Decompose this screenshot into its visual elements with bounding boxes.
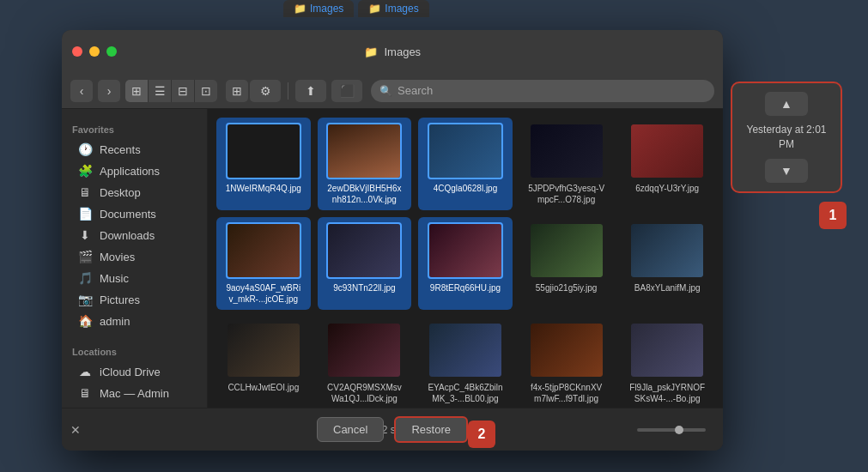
table-row[interactable]: CV2AQR9MSXMsvWa1QJ...lDck.jpg	[318, 317, 412, 408]
table-row[interactable]: 55gjio21g5iy.jpg	[519, 217, 614, 310]
more-button[interactable]: ⬛	[331, 80, 362, 102]
locations-label: Locations	[62, 340, 207, 360]
zoom-slider[interactable]	[637, 428, 706, 432]
admin-icon: 🏠	[77, 314, 93, 328]
badge-1: 1	[819, 202, 847, 229]
pictures-icon: 📷	[77, 293, 93, 306]
sidebar-item-movies[interactable]: 🎬 Movies	[67, 246, 202, 267]
share-button[interactable]: ⬆	[295, 80, 326, 102]
sidebar-item-pictures[interactable]: 📷 Pictures	[67, 289, 202, 310]
sidebar: Favorites 🕐 Recents 🧩 Applications 🖥 Des…	[62, 109, 208, 408]
movies-icon: 🎬	[77, 250, 93, 263]
sidebar-item-music[interactable]: 🎵 Music	[67, 268, 202, 288]
downloads-icon: ⬇	[77, 228, 93, 242]
title-bar: 📁 Images	[62, 30, 723, 73]
search-bar[interactable]: 🔍 Search	[371, 80, 714, 102]
settings-button[interactable]: ⚙	[250, 80, 281, 102]
table-row[interactable]: 9R8tERq66HU.jpg	[418, 217, 513, 310]
table-row[interactable]: CCLHwJwtEOI.jpg	[216, 317, 311, 408]
search-input[interactable]: Search	[398, 84, 433, 97]
sidebar-item-icloud[interactable]: ☁ iCloud Drive	[67, 361, 202, 382]
recents-icon: 🕐	[77, 142, 93, 156]
table-row[interactable]: 9aoy4aS0AF_wBRiv_mkR-...jcOE.jpg	[216, 217, 311, 310]
sidebar-item-mac-admin[interactable]: 🖥 Mac — Admin	[67, 383, 202, 403]
sidebar-item-downloads[interactable]: ⬇ Downloads	[67, 225, 202, 245]
toolbar: ‹ › ⊞ ☰ ⊟ ⊡ ⊞ ⚙ ⬆ ⬛ 🔍 Search	[62, 73, 723, 109]
bg-tab-2[interactable]: 📁 Images	[358, 0, 428, 17]
toolbar-separator	[288, 82, 288, 100]
sidebar-item-recents[interactable]: 🕐 Recents	[67, 139, 202, 160]
view-mode-group: ⊞ ☰ ⊟ ⊡	[125, 80, 217, 102]
file-grid: 1NWeIRMqR4Q.jpg 2ewDBkVjIBH5H6xnh812n...…	[216, 118, 714, 408]
panel-up-button[interactable]: ▲	[765, 92, 808, 116]
minimize-button[interactable]	[89, 46, 100, 57]
icon-view-button[interactable]: ⊞	[125, 80, 148, 102]
sidebar-item-applications[interactable]: 🧩 Applications	[67, 160, 202, 181]
table-row[interactable]: 4CQgla0628l.jpg	[418, 118, 513, 210]
badge-2: 2	[468, 421, 495, 448]
content-area: Favorites 🕐 Recents 🧩 Applications 🖥 Des…	[62, 109, 723, 408]
sidebar-item-documents[interactable]: 📄 Documents	[67, 203, 202, 224]
panel-down-button[interactable]: ▼	[765, 159, 808, 183]
folder-icon: 📁	[364, 45, 378, 58]
gallery-view-button[interactable]: ⊡	[195, 80, 217, 102]
bg-tab-1[interactable]: 📁 Images	[283, 0, 354, 17]
forward-button[interactable]: ›	[98, 80, 120, 102]
close-button[interactable]	[72, 46, 82, 57]
table-row[interactable]: BA8xYLanifM.jpg	[620, 217, 714, 310]
close-x-button[interactable]: ✕	[70, 423, 81, 437]
cancel-button[interactable]: Cancel	[317, 417, 384, 442]
date-panel: ▲ Yesterday at 2:01 PM ▼	[731, 82, 842, 193]
music-icon: 🎵	[77, 271, 93, 285]
documents-icon: 📄	[77, 207, 93, 221]
file-grid-container: 1NWeIRMqR4Q.jpg 2ewDBkVjIBH5H6xnh812n...…	[208, 109, 723, 408]
window-title: 📁 Images	[364, 45, 421, 58]
table-row[interactable]: f4x-5tjpP8CKnnXVm7lwF...f9Tdl.jpg	[519, 317, 614, 408]
zoom-slider-area	[637, 428, 706, 432]
mac-icon: 🖥	[77, 386, 93, 400]
desktop-icon: 🖥	[77, 185, 93, 199]
table-row[interactable]: 6zdqqY-U3rY.jpg	[620, 118, 714, 210]
panel-date-text: Yesterday at 2:01 PM	[741, 123, 832, 152]
table-row[interactable]: 5JPDPvfhG3yesq-VmpcF...O78.jpg	[519, 118, 614, 210]
zoom-button[interactable]	[106, 46, 117, 57]
table-row[interactable]: 1NWeIRMqR4Q.jpg	[216, 118, 311, 210]
list-view-button[interactable]: ☰	[149, 80, 171, 102]
table-row[interactable]: 2ewDBkVjIBH5H6xnh812n...0Vk.jpg	[318, 118, 412, 210]
main-window: 📁 Images ‹ › ⊞ ☰ ⊟ ⊡ ⊞ ⚙ ⬆ ⬛ 🔍 Search	[62, 30, 723, 451]
favorites-label: Favorites	[62, 118, 207, 138]
table-row[interactable]: EYAcpC_4Bk6ZbilnMK_3-...BL00.jpg	[418, 317, 513, 408]
sidebar-item-admin[interactable]: 🏠 admin	[67, 311, 202, 331]
restore-button[interactable]: Restore	[394, 416, 468, 443]
column-view-button[interactable]: ⊟	[172, 80, 194, 102]
table-row[interactable]: Fl9Jla_pskJYRNOFSKsW4-...-Bo.jpg	[620, 317, 714, 408]
applications-icon: 🧩	[77, 164, 93, 178]
table-row[interactable]: 9c93NTn22ll.jpg	[318, 217, 412, 310]
grid-view-button[interactable]: ⊞	[226, 80, 248, 102]
bottom-bar: ✕ 7 of 52 selected Cancel Restore	[62, 408, 723, 451]
sidebar-item-desktop[interactable]: 🖥 Desktop	[67, 182, 202, 203]
zoom-thumb	[675, 426, 683, 434]
back-button[interactable]: ‹	[70, 80, 93, 102]
search-icon: 🔍	[379, 85, 392, 97]
icloud-icon: ☁	[77, 365, 93, 378]
